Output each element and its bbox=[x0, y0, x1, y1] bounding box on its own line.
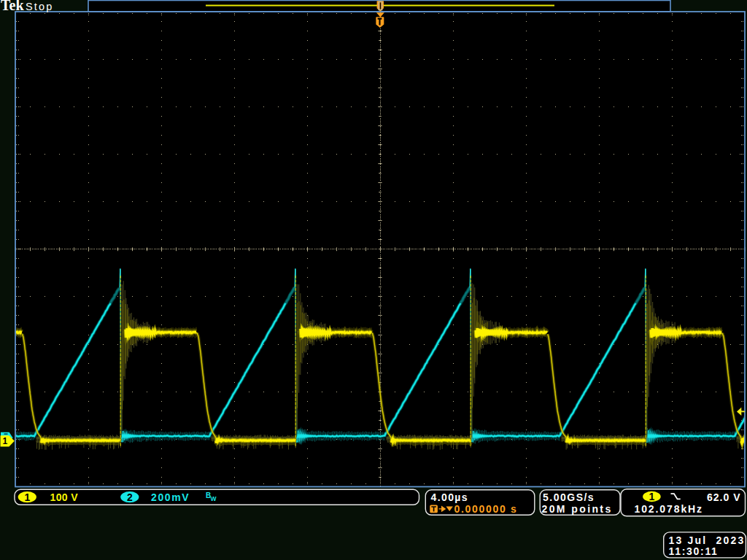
svg-text:11:30:11: 11:30:11 bbox=[669, 545, 719, 557]
svg-text:Tek: Tek bbox=[1, 0, 24, 13]
svg-text:1: 1 bbox=[649, 491, 655, 502]
svg-text:2: 2 bbox=[127, 491, 133, 503]
svg-text:5.00GS/s: 5.00GS/s bbox=[543, 491, 595, 503]
svg-text:62.0 V: 62.0 V bbox=[707, 491, 740, 503]
svg-text:200mV: 200mV bbox=[151, 491, 190, 503]
svg-text:20M points: 20M points bbox=[542, 503, 613, 515]
svg-text:100 V: 100 V bbox=[50, 491, 79, 503]
svg-text:0.000000 s: 0.000000 s bbox=[454, 503, 518, 515]
svg-text:1: 1 bbox=[2, 436, 7, 446]
svg-text:W: W bbox=[211, 495, 217, 502]
svg-text:13 Jul 2023: 13 Jul 2023 bbox=[669, 534, 746, 546]
svg-text:4.00µs: 4.00µs bbox=[431, 491, 469, 503]
svg-text:102.078kHz: 102.078kHz bbox=[635, 503, 704, 515]
svg-text:Stop: Stop bbox=[26, 1, 54, 12]
svg-text:1: 1 bbox=[24, 491, 30, 503]
